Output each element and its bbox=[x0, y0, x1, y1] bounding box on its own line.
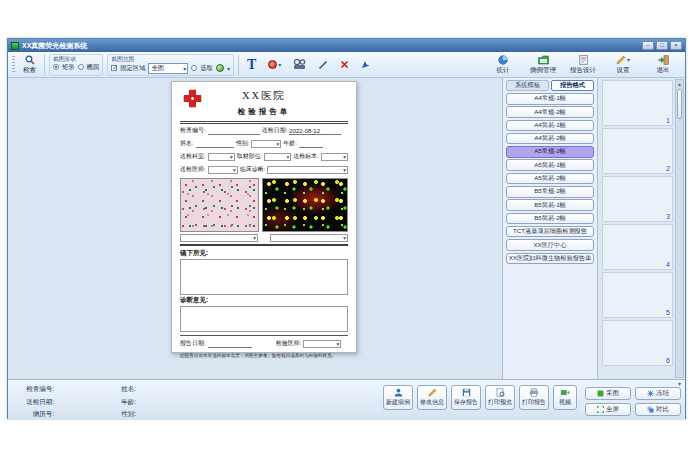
capture-image-button[interactable]: 采图 bbox=[585, 387, 631, 400]
tab-system-templates[interactable]: 系统模板 bbox=[506, 80, 549, 91]
template-item[interactable]: A5简易-1幅 bbox=[506, 159, 594, 171]
template-item-selected[interactable]: A5常规-2幅 bbox=[506, 146, 594, 158]
form-row: 检查编号: 送检日期: 2022-08-12 bbox=[180, 124, 348, 137]
fixed-area-label: 固定区域 bbox=[120, 64, 145, 73]
scrollbar-thumb[interactable] bbox=[677, 89, 682, 119]
pen-icon bbox=[319, 60, 328, 69]
save-report-button[interactable]: 保存报告 bbox=[451, 385, 481, 410]
examiner-select[interactable] bbox=[303, 340, 341, 348]
form-row: 姓名: 性别: 年龄: bbox=[180, 137, 348, 150]
thumbnail-scrollbar[interactable]: ▲ bbox=[675, 79, 684, 378]
print-report-button[interactable]: 打印报告 bbox=[519, 385, 549, 410]
template-item[interactable]: B5简易-1幅 bbox=[506, 199, 594, 211]
capture-scope-select[interactable]: 全图 bbox=[148, 63, 188, 74]
report-date-label: 报告日期: bbox=[180, 339, 206, 348]
pen-tool-button[interactable] bbox=[315, 58, 332, 71]
gender-select[interactable] bbox=[251, 140, 281, 148]
template-item[interactable]: B5简易-2幅 bbox=[506, 213, 594, 225]
toolbar-grip[interactable] bbox=[12, 56, 15, 74]
stats-button[interactable]: 统计 bbox=[485, 53, 521, 77]
template-item[interactable]: A4简易-2幅 bbox=[506, 133, 594, 145]
color-dropdown-arrow-icon[interactable]: ▾ bbox=[227, 65, 230, 72]
diagnosis-opinion-box[interactable] bbox=[180, 306, 348, 332]
freeze-button[interactable]: 冻结 bbox=[635, 387, 681, 400]
pointer-tool-button[interactable] bbox=[357, 58, 374, 71]
name-input[interactable] bbox=[196, 140, 234, 148]
report-design-button[interactable]: 报告设计 bbox=[565, 53, 601, 77]
app-window: XX真菌荧光检测系统 – □ × 检索 截图形状 矩形 椭圆 bbox=[7, 38, 686, 419]
delete-annotation-button[interactable] bbox=[336, 58, 353, 71]
print-preview-button[interactable]: 打印预览 bbox=[485, 385, 515, 410]
minimize-button[interactable]: – bbox=[642, 41, 654, 50]
specimen-select[interactable] bbox=[321, 153, 348, 161]
text-annotation-button[interactable]: T bbox=[243, 56, 260, 74]
thumbnail-slot[interactable]: 5 bbox=[602, 272, 673, 318]
site-select[interactable] bbox=[264, 153, 291, 161]
fullscreen-button[interactable]: 全屏 bbox=[585, 403, 631, 416]
hospital-name: XX医院 bbox=[180, 86, 348, 103]
microscopic-findings-box[interactable] bbox=[180, 259, 348, 295]
bottom-bar: 检查编号: 姓名: 送检日期: 年龄: 病历号: 性别: 新建病例 bbox=[8, 379, 685, 420]
marker-color-button[interactable]: ▾ bbox=[264, 58, 285, 71]
thumbnail-slot[interactable]: 3 bbox=[602, 176, 673, 222]
snowflake-icon bbox=[647, 390, 654, 397]
rect-radio[interactable] bbox=[53, 64, 59, 70]
template-item[interactable]: A4常规-1幅 bbox=[506, 93, 594, 105]
window-controls: – □ × bbox=[642, 41, 682, 50]
thumbnail-slot[interactable]: 6 bbox=[602, 320, 673, 366]
capture-camera-button[interactable] bbox=[289, 57, 311, 72]
capture-shape-group: 截图形状 矩形 椭圆 bbox=[49, 54, 103, 76]
scroll-up-arrow-icon[interactable]: ▲ bbox=[676, 80, 683, 88]
template-list: A4常规-1幅 A4常规-2幅 A4简易-1幅 A4简易-2幅 A5常规-2幅 … bbox=[506, 93, 594, 264]
maximize-button[interactable]: □ bbox=[656, 41, 668, 50]
video-button[interactable]: 视频 bbox=[553, 385, 577, 410]
close-button[interactable]: × bbox=[670, 41, 682, 50]
save-disk-icon bbox=[462, 388, 471, 397]
edit-pencil-icon bbox=[428, 388, 437, 397]
pick-radio[interactable] bbox=[191, 65, 197, 71]
doctor-select[interactable] bbox=[208, 166, 238, 174]
left-image-caption-select[interactable] bbox=[180, 234, 258, 242]
compare-button[interactable]: 对比 bbox=[635, 403, 681, 416]
search-button[interactable]: 检索 bbox=[19, 53, 40, 77]
ellipse-radio[interactable] bbox=[78, 64, 84, 70]
capture-dropdown-arrow-icon[interactable]: ▾ bbox=[678, 380, 681, 387]
edit-info-button[interactable]: 修改信息 bbox=[417, 385, 447, 410]
thumbnail-slot[interactable]: 4 bbox=[602, 224, 673, 270]
clinical-diagnosis-select[interactable] bbox=[267, 166, 348, 174]
right-image-caption-select[interactable] bbox=[270, 234, 348, 242]
template-item[interactable]: TCT液基薄层细胞检测报告 bbox=[506, 226, 594, 238]
new-case-button[interactable]: 新建病例 bbox=[383, 385, 413, 410]
case-management-button[interactable]: 病例管理 bbox=[525, 53, 561, 77]
age-input[interactable] bbox=[299, 140, 323, 148]
department-select[interactable] bbox=[208, 153, 235, 161]
fluorescence-image[interactable] bbox=[262, 178, 348, 232]
tab-report-format[interactable]: 报告格式 bbox=[551, 80, 594, 91]
color-dot-icon[interactable] bbox=[216, 64, 224, 72]
template-item[interactable]: XX医疗中心 bbox=[506, 239, 594, 251]
exit-door-icon bbox=[658, 55, 669, 65]
exam-no-label: 检查编号: bbox=[180, 126, 206, 135]
template-item[interactable]: B5常规-2幅 bbox=[506, 186, 594, 198]
exit-button[interactable]: 退出 bbox=[645, 53, 681, 77]
department-label: 送检科室: bbox=[180, 152, 206, 161]
green-square-icon bbox=[597, 390, 604, 397]
exam-no-input[interactable] bbox=[208, 127, 260, 135]
template-item[interactable]: A4简易-1幅 bbox=[506, 120, 594, 132]
fixed-area-checkbox[interactable] bbox=[111, 65, 117, 71]
capture-controls: ▾ 采图 冻结 全屏 bbox=[585, 383, 681, 416]
template-item[interactable]: A5简易-2幅 bbox=[506, 173, 594, 185]
diagnosis-opinion-label: 诊断意见: bbox=[180, 296, 348, 305]
report-preview-area: XX医院 检验报告单 检查编号: 送检日期: 2022-08-12 姓名: 性别… bbox=[8, 78, 502, 379]
thumbnail-slot[interactable]: 1 bbox=[602, 80, 673, 126]
slot-number: 6 bbox=[666, 357, 670, 364]
settings-button[interactable]: ▾ 设置 bbox=[605, 53, 641, 77]
template-item[interactable]: XX医院妇科微生物检验报告单 bbox=[506, 253, 594, 265]
pencil-icon bbox=[616, 55, 626, 65]
thumbnail-slot[interactable]: 2 bbox=[602, 128, 673, 174]
app-icon bbox=[11, 42, 19, 50]
template-item[interactable]: A4常规-2幅 bbox=[506, 106, 594, 118]
report-date-input[interactable] bbox=[208, 340, 252, 348]
specimen-label: 送检标本: bbox=[293, 152, 319, 161]
histology-image[interactable] bbox=[180, 178, 259, 232]
